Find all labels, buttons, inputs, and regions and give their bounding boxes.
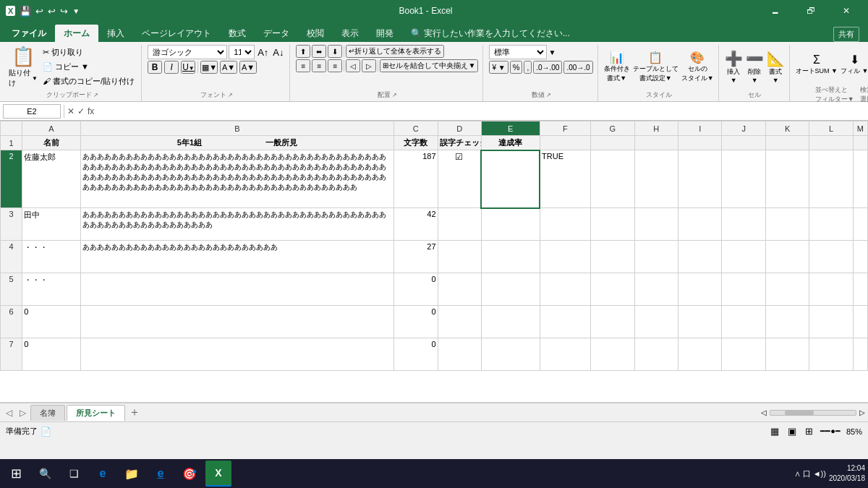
col-header-I[interactable]: I <box>678 121 721 136</box>
cell-M7[interactable] <box>853 338 867 371</box>
qat-undo-icon[interactable]: ↩ <box>35 6 43 17</box>
tab-page-layout[interactable]: ページレイアウト <box>133 25 220 42</box>
sheet-tab-observations[interactable]: 所見シート <box>67 405 125 421</box>
number-format-expand[interactable]: ▼ <box>548 48 556 56</box>
qat-save-icon[interactable]: 💾 <box>20 6 31 17</box>
scroll-tabs-right[interactable]: ▷ <box>17 408 29 418</box>
col-header-C[interactable]: C <box>394 121 438 136</box>
row-header-3[interactable]: 3 <box>1 208 22 241</box>
cell-G1[interactable] <box>591 136 634 150</box>
wrap-text-button[interactable]: ↵折り返して全体を表示する <box>346 45 444 58</box>
col-header-F[interactable]: F <box>540 121 591 136</box>
find-select-button[interactable]: 検索と選択▼ <box>860 85 868 104</box>
cell-F1[interactable] <box>540 136 591 150</box>
cell-B5[interactable] <box>80 273 393 306</box>
cell-D5[interactable] <box>438 273 481 306</box>
cell-A3[interactable]: 田中 <box>22 208 81 241</box>
col-header-E[interactable]: E <box>481 121 540 136</box>
cell-A5[interactable]: ・・・ <box>22 273 81 306</box>
italic-button[interactable]: I <box>164 61 179 74</box>
view-normal-button[interactable]: ▦ <box>769 426 780 437</box>
col-header-H[interactable]: H <box>634 121 678 136</box>
cell-I5[interactable] <box>678 273 721 306</box>
indent-increase-button[interactable]: ▷ <box>362 59 376 72</box>
align-bottom-button[interactable]: ⬇ <box>328 45 342 58</box>
cell-M1[interactable] <box>853 136 867 150</box>
cell-F7[interactable] <box>540 338 591 371</box>
cell-K2[interactable] <box>765 150 809 208</box>
edge-button[interactable]: e <box>90 461 116 487</box>
font-family-select[interactable]: 游ゴシック <box>148 45 227 59</box>
cell-J1[interactable] <box>722 136 765 150</box>
percent-button[interactable]: % <box>510 61 523 74</box>
fill-button[interactable]: ⬇ フィル ▼ <box>841 45 868 84</box>
col-header-M[interactable]: M <box>853 121 867 136</box>
cell-B4[interactable]: あああああああああああああああああああああああああああ <box>80 241 393 273</box>
cell-A7[interactable]: 0 <box>22 338 81 371</box>
cell-E3[interactable] <box>481 208 540 241</box>
minimize-button[interactable]: 🗕 <box>759 0 791 22</box>
excel-taskbar-button[interactable]: X <box>205 461 231 487</box>
tab-home[interactable]: ホーム <box>55 25 98 42</box>
tab-view[interactable]: 表示 <box>333 25 367 42</box>
tab-develop[interactable]: 開発 <box>367 25 402 42</box>
merge-center-button[interactable]: ⊞セルを結合して中央揃え▼ <box>380 59 478 72</box>
confirm-formula-icon[interactable]: ✓ <box>77 106 85 116</box>
hscroll-right[interactable]: ▷ <box>859 408 865 416</box>
cell-A2[interactable]: 佐藤太郎 <box>22 150 81 208</box>
start-button[interactable]: ⊞ <box>3 461 29 487</box>
cell-D2[interactable]: ☑ <box>438 150 481 208</box>
cell-E5[interactable] <box>481 273 540 306</box>
cell-E6[interactable] <box>481 306 540 338</box>
align-left-button[interactable]: ≡ <box>296 59 310 72</box>
tab-formulas[interactable]: 数式 <box>220 25 255 42</box>
cell-J6[interactable] <box>722 306 765 338</box>
cell-K5[interactable] <box>765 273 809 306</box>
cell-C1[interactable]: 文字数 <box>394 136 438 150</box>
qat-redo-icon[interactable]: ↪ <box>60 6 68 17</box>
col-header-L[interactable]: L <box>809 121 853 136</box>
increase-font-button[interactable]: A↑ <box>256 46 270 59</box>
cell-F4[interactable] <box>540 241 591 273</box>
cell-C5[interactable]: 0 <box>394 273 438 306</box>
cell-A6[interactable]: 0 <box>22 306 81 338</box>
file-explorer-button[interactable]: 📁 <box>119 461 145 487</box>
format-painter-button[interactable]: 🖌 書式のコピー/貼り付け <box>41 75 137 88</box>
decrease-decimal-button[interactable]: .00→.0 <box>563 61 592 74</box>
cell-G7[interactable] <box>591 338 634 371</box>
table-format-button[interactable]: 📋 テーブルとして書式設定▼ <box>633 48 678 87</box>
close-button[interactable]: ✕ <box>830 0 862 22</box>
row-header-5[interactable]: 5 <box>1 273 22 306</box>
sheet-tab-roster[interactable]: 名簿 <box>30 405 65 421</box>
cell-E7[interactable] <box>481 338 540 371</box>
insert-function-icon[interactable]: fx <box>88 106 94 116</box>
row-header-4[interactable]: 4 <box>1 241 22 273</box>
cell-E4[interactable] <box>481 241 540 273</box>
row-header-1[interactable]: 1 <box>1 136 22 150</box>
paste-button[interactable]: 📋 貼り付け▼ <box>7 47 39 87</box>
cell-J3[interactable] <box>722 208 765 241</box>
insert-button[interactable]: ➕ 挿入▼ <box>725 48 743 87</box>
clock[interactable]: 12:04 2020/03/18 <box>829 463 865 484</box>
cell-L7[interactable] <box>809 338 853 371</box>
cell-L1[interactable] <box>809 136 853 150</box>
cell-J7[interactable] <box>722 338 765 371</box>
tab-file[interactable]: ファイル <box>3 25 55 42</box>
cell-F6[interactable] <box>540 306 591 338</box>
cell-J5[interactable] <box>722 273 765 306</box>
format-button[interactable]: 📐 書式▼ <box>767 48 785 87</box>
cell-I1[interactable] <box>678 136 721 150</box>
currency-button[interactable]: ¥ ▼ <box>489 61 508 74</box>
cell-styles-button[interactable]: 🎨 セルのスタイル▼ <box>681 48 714 87</box>
cell-H5[interactable] <box>634 273 678 306</box>
row-header-2[interactable]: 2 <box>1 150 22 208</box>
cell-C3[interactable]: 42 <box>394 208 438 241</box>
cell-D6[interactable] <box>438 306 481 338</box>
cell-F2[interactable]: TRUE <box>540 150 591 208</box>
cell-K7[interactable] <box>765 338 809 371</box>
cell-L6[interactable] <box>809 306 853 338</box>
row-header-7[interactable]: 7 <box>1 338 22 371</box>
cell-G5[interactable] <box>591 273 634 306</box>
cell-G4[interactable] <box>591 241 634 273</box>
increase-decimal-button[interactable]: .0→.00 <box>533 61 562 74</box>
